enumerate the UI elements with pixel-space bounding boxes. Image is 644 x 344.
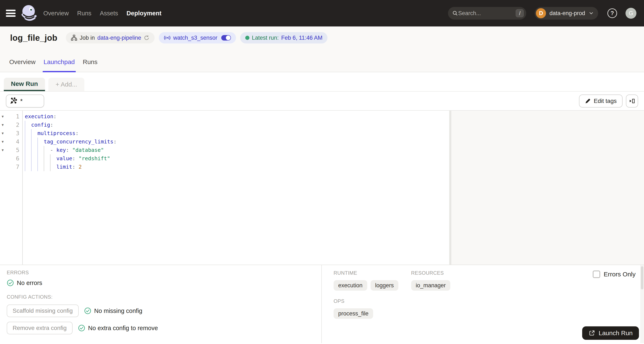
nav-item-assets[interactable]: Assets (100, 10, 118, 17)
gutter-border (22, 111, 23, 265)
line-number: 6 (6, 154, 22, 163)
code-line[interactable]: 6value: "redshift" (0, 154, 449, 163)
run-status-dot (245, 36, 250, 40)
gutter: ▾4 (0, 138, 22, 146)
indent-guide (25, 146, 31, 154)
runtime-tag-execution[interactable]: execution (334, 280, 367, 291)
job-graph-icon (71, 35, 77, 41)
runtime-column: RUNTIME executionloggers (334, 270, 398, 291)
indent-guide (38, 138, 44, 146)
nav-item-deployment[interactable]: Deployment (126, 10, 162, 17)
indent-guide (25, 121, 31, 129)
indent-guide (25, 129, 31, 138)
tab-new-run[interactable]: New Run (4, 78, 45, 91)
resource-tag-io_manager[interactable]: io_manager (411, 280, 450, 291)
pipeline-link[interactable]: data-eng-pipeline (98, 35, 141, 41)
add-config-tab-button[interactable]: + Add... (48, 78, 84, 91)
fold-arrow-icon[interactable]: ▾ (0, 121, 6, 129)
line-number: 5 (6, 146, 22, 154)
resources-label: RESOURCES (411, 270, 450, 276)
gutter: ▾5 (0, 146, 22, 154)
code-line[interactable]: 7limit: 2 (0, 163, 449, 171)
launch-run-label: Launch Run (598, 330, 633, 337)
latest-run-link[interactable]: Feb 6, 11:46 AM (281, 35, 322, 41)
errors-only-label: Errors Only (604, 271, 636, 278)
search-shortcut-key: / (516, 9, 524, 17)
bottom-panel: ERRORS No errors CONFIG ACTIONS: Scaffol… (0, 265, 644, 343)
ops-column: OPS process_file (334, 298, 644, 319)
fold-arrow-icon[interactable]: ▾ (0, 146, 6, 154)
pencil-icon (585, 98, 591, 104)
launchpad-toolbar: * Edit tags (0, 92, 644, 111)
top-nav: OverviewRunsAssetsDeployment / D data-en… (0, 0, 644, 26)
line-number: 2 (6, 121, 22, 129)
indent-guide (44, 146, 50, 154)
code-line[interactable]: ▾4tag_concurrency_limits: (0, 138, 449, 146)
check-circle-icon (84, 307, 91, 314)
op-query-text: * (20, 97, 23, 105)
nav-item-overview[interactable]: Overview (43, 10, 69, 17)
gutter: 6 (0, 154, 22, 163)
no-errors-text: No errors (17, 280, 42, 286)
code-line[interactable]: ▾3multiprocess: (0, 129, 449, 138)
indent-guide (44, 154, 50, 163)
deployment-switcher[interactable]: D data-eng-prod (535, 7, 598, 19)
remove-extra-config-button[interactable]: Remove extra config (7, 322, 72, 334)
global-search[interactable]: / (448, 7, 526, 19)
fold-arrow-icon[interactable]: ▾ (0, 129, 6, 138)
chevron-down-icon (588, 10, 594, 16)
action-status-text: No extra config to remove (88, 325, 158, 332)
sensor-icon (164, 35, 170, 40)
fold-arrow-icon[interactable]: ▾ (0, 138, 6, 146)
editor-region: ▾1execution:▾2config:▾3multiprocess:▾4ta… (0, 111, 644, 265)
tab-overview[interactable]: Overview (9, 58, 36, 72)
sensor-toggle[interactable] (221, 35, 231, 40)
reload-icon[interactable] (144, 35, 150, 41)
dagster-logo-icon (20, 3, 38, 23)
indent-guide (44, 163, 50, 171)
errors-only-control[interactable]: Errors Only (593, 271, 636, 278)
scrollbar-thumb[interactable] (641, 266, 643, 289)
indent-guide (31, 146, 38, 154)
code-line[interactable]: ▾2config: (0, 121, 449, 129)
search-input[interactable] (458, 10, 516, 16)
config-sections-panel: RUNTIME executionloggers RESOURCES io_ma… (321, 265, 644, 343)
deployment-badge: D (536, 8, 546, 18)
user-avatar[interactable]: G (626, 8, 636, 19)
tab-launchpad[interactable]: Launchpad (43, 58, 75, 72)
op-tag-process_file[interactable]: process_file (334, 308, 373, 319)
line-number: 3 (6, 129, 22, 138)
gutter: ▾1 (0, 112, 22, 121)
launch-icon (588, 330, 595, 337)
tab-runs[interactable]: Runs (82, 58, 98, 72)
nav-item-runs[interactable]: Runs (77, 10, 92, 17)
action-status-text: No missing config (94, 308, 142, 314)
indent-guide (31, 154, 38, 163)
run-tab-strip: New Run + Add... (0, 72, 644, 92)
new-run-tab-label: New Run (11, 80, 38, 87)
code-line[interactable]: ▾5- key: "database" (0, 146, 449, 154)
split-divider[interactable] (449, 111, 451, 265)
op-selector-icon (10, 97, 17, 105)
launch-run-button[interactable]: Launch Run (582, 326, 639, 340)
panel-scrollbar[interactable] (640, 265, 644, 343)
code-line[interactable]: ▾1execution: (0, 112, 449, 121)
menu-icon[interactable] (6, 10, 16, 17)
yaml-config-editor[interactable]: ▾1execution:▾2config:▾3multiprocess:▾4ta… (0, 111, 449, 265)
code-text: config: (22, 121, 53, 129)
fold-arrow-icon[interactable]: ▾ (0, 112, 6, 121)
indent-guide (38, 163, 44, 171)
scaffold-missing-config-button[interactable]: Scaffold missing config (7, 305, 79, 317)
page-header: log_file_job Job in data-eng-pipeline wa… (0, 26, 644, 49)
edit-tags-button[interactable]: Edit tags (579, 95, 622, 108)
op-selector-input[interactable]: * (6, 95, 44, 108)
sensor-link[interactable]: watch_s3_sensor (173, 35, 217, 41)
add-tab-label: + Add... (56, 81, 77, 88)
expand-panel-button[interactable] (626, 95, 638, 108)
indent-guide (50, 163, 56, 171)
latest-run-label: Latest run: (252, 35, 279, 41)
config-action-row: Remove extra configNo extra config to re… (7, 322, 315, 334)
help-icon[interactable]: ? (608, 8, 617, 18)
errors-only-checkbox[interactable] (593, 271, 600, 278)
runtime-tag-loggers[interactable]: loggers (370, 280, 398, 291)
